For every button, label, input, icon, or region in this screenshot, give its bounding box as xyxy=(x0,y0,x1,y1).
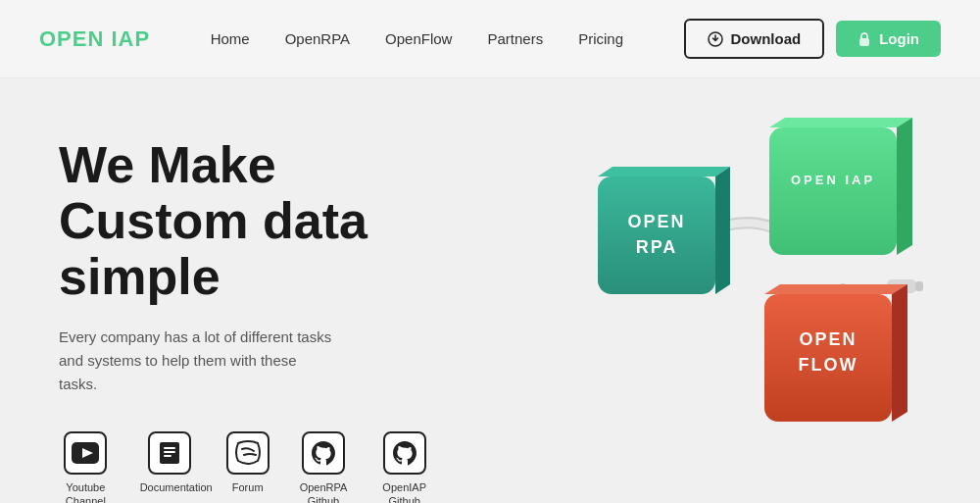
main-nav: Home OpenRPA OpenFlow Partners Pricing xyxy=(211,30,623,47)
forum-icon-box xyxy=(226,431,270,475)
openiap-github-label: OpenIAP Github xyxy=(377,480,431,503)
svg-rect-13 xyxy=(769,127,897,255)
youtube-label: Youtube Channel xyxy=(59,480,113,503)
nav-openrpa[interactable]: OpenRPA xyxy=(285,30,350,47)
cubes-svg: OPEN RPA OPEN IAP xyxy=(539,98,951,451)
svg-rect-10 xyxy=(598,176,715,294)
forum-icon xyxy=(234,439,262,467)
download-button[interactable]: Download xyxy=(684,19,825,59)
main-content: We Make Custom data simple Every company… xyxy=(0,78,980,503)
openrpa-github-label: OpenRPA Github xyxy=(297,480,351,503)
docs-icon-box xyxy=(148,431,191,475)
forum-label: Forum xyxy=(232,480,264,494)
lock-icon xyxy=(858,31,871,47)
openrpa-github-icon-box xyxy=(302,431,345,475)
svg-rect-7 xyxy=(164,455,172,457)
documentation-icon xyxy=(157,440,182,466)
openiap-github-icon xyxy=(391,439,418,467)
svg-text:OPEN: OPEN xyxy=(799,329,857,349)
docs-link[interactable]: Documentation xyxy=(140,431,199,494)
svg-text:FLOW: FLOW xyxy=(799,355,858,375)
svg-text:OPEN IAP: OPEN IAP xyxy=(791,173,875,187)
login-button[interactable]: Login xyxy=(836,21,941,57)
nav-partners[interactable]: Partners xyxy=(487,30,543,47)
header: OPEN IAP Home OpenRPA OpenFlow Partners … xyxy=(0,0,980,78)
hero-title-line2: Custom data xyxy=(59,192,368,249)
logo[interactable]: OPEN IAP xyxy=(39,26,150,52)
product-illustration: OPEN RPA OPEN IAP xyxy=(539,98,951,471)
svg-rect-9 xyxy=(915,281,923,291)
svg-text:OPEN: OPEN xyxy=(627,212,685,231)
nav-openflow[interactable]: OpenFlow xyxy=(385,30,452,47)
forum-link[interactable]: Forum xyxy=(226,431,270,494)
hero-title-line1: We Make xyxy=(59,136,276,193)
nav-home[interactable]: Home xyxy=(211,30,250,47)
hero-title: We Make Custom data simple xyxy=(59,137,431,306)
svg-rect-1 xyxy=(859,38,869,46)
svg-text:RPA: RPA xyxy=(636,237,678,257)
youtube-icon-box xyxy=(64,431,107,475)
openiap-github-icon-box xyxy=(383,431,426,475)
svg-rect-6 xyxy=(164,451,175,453)
docs-label: Documentation xyxy=(140,480,199,494)
hero-subtitle: Every company has a lot of different tas… xyxy=(59,326,333,396)
openrpa-github-icon xyxy=(310,439,337,467)
openrpa-github-link[interactable]: OpenRPA Github xyxy=(297,431,351,503)
header-actions: Download Login xyxy=(684,19,942,59)
svg-rect-5 xyxy=(164,447,175,449)
openiap-github-link[interactable]: OpenIAP Github xyxy=(377,431,431,503)
nav-pricing[interactable]: Pricing xyxy=(578,30,623,47)
download-label: Download xyxy=(731,30,802,47)
youtube-icon xyxy=(72,442,99,464)
youtube-link[interactable]: Youtube Channel xyxy=(59,431,113,503)
hero-section: We Make Custom data simple Every company… xyxy=(59,127,431,503)
logo-text: OPEN IAP xyxy=(39,26,150,52)
download-icon xyxy=(708,31,723,47)
icon-links-row: Youtube Channel Documentation xyxy=(59,431,431,503)
login-label: Login xyxy=(879,30,919,47)
hero-title-line3: simple xyxy=(59,248,220,305)
